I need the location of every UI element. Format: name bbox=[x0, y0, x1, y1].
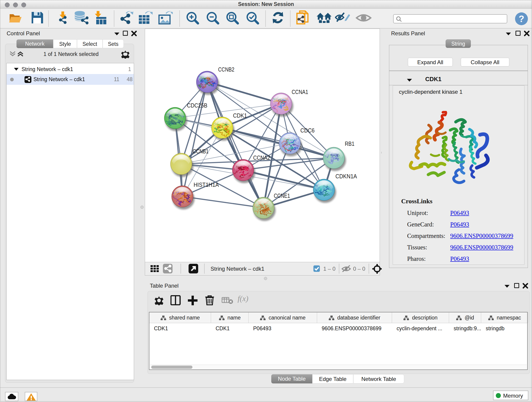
svg-text:CDK1: CDK1 bbox=[233, 112, 247, 119]
svg-text:CDKN1A: CDKN1A bbox=[336, 173, 357, 180]
svg-text:CDC25B: CDC25B bbox=[187, 102, 207, 109]
svg-text:CCNE1: CCNE1 bbox=[274, 192, 290, 199]
svg-text:CCNA1: CCNA1 bbox=[292, 89, 308, 95]
svg-text:CCNB2: CCNB2 bbox=[218, 66, 234, 73]
svg-text:RB1: RB1 bbox=[345, 140, 355, 147]
svg-text:CCNA2: CCNA2 bbox=[253, 154, 270, 161]
svg-text:CDC6: CDC6 bbox=[300, 127, 315, 134]
svg-text:HIST1H1A: HIST1H1A bbox=[194, 181, 219, 188]
svg-text:CCNB1: CCNB1 bbox=[193, 148, 209, 155]
